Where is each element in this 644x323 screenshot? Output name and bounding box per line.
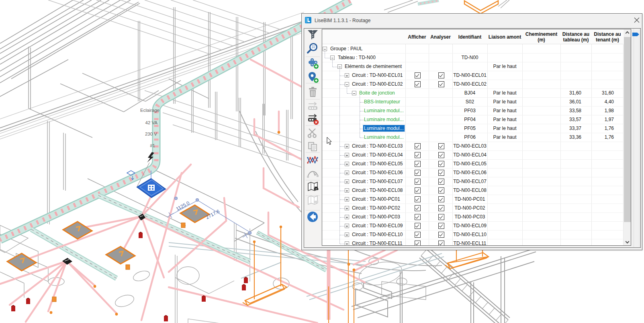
svg-text:#1: #1 (150, 143, 155, 148)
svg-text:Eclairage: Eclairage (140, 108, 159, 113)
svg-text:42 VA: 42 VA (145, 120, 158, 125)
svg-text:230 V: 230 V (145, 132, 157, 136)
